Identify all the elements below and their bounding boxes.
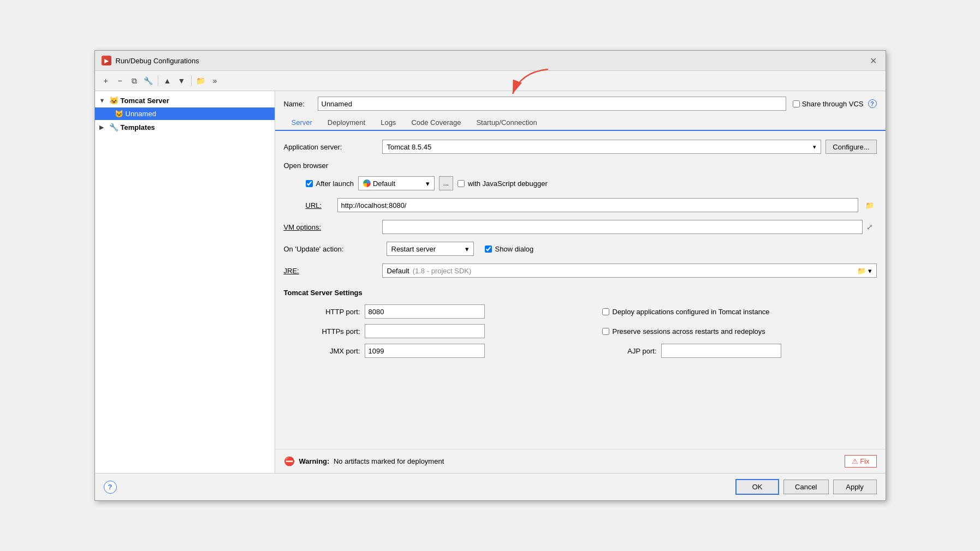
share-vcs-help[interactable]: ? [868, 99, 877, 108]
preserve-sessions-checkbox[interactable] [602, 328, 609, 335]
warning-icon: ⛔ [284, 456, 295, 466]
copy-config-button[interactable]: ⧉ [128, 74, 141, 87]
on-update-label: On 'Update' action: [284, 245, 382, 253]
vm-options-row: VM options: ⤢ [284, 220, 877, 234]
jre-input[interactable]: Default (1.8 - project SDK) 📁 ▾ [382, 263, 877, 278]
toolbar-separator-2 [191, 75, 192, 86]
jmx-port-input[interactable]: 1099 [365, 344, 485, 358]
move-down-button[interactable]: ▼ [175, 74, 188, 87]
port-grid: HTTP port: 8080 Deploy applications conf… [284, 304, 877, 358]
fix-button[interactable]: ⚠ Fix [845, 455, 877, 468]
templates-label: Templates [121, 123, 155, 131]
toolbar: + − ⧉ 🔧 ▲ ▼ 📁 » [95, 71, 886, 91]
tab-deployment[interactable]: Deployment [320, 115, 373, 131]
more-button[interactable]: » [209, 74, 222, 87]
tomcat-server-label: Tomcat Server [121, 97, 169, 105]
vm-expand-icon[interactable]: ⤢ [863, 220, 877, 234]
show-dialog-label: Show dialog [495, 245, 534, 253]
server-tab-content: Application server: Tomcat 8.5.45 ▾ Conf… [275, 131, 886, 449]
sidebar-item-unnamed[interactable]: 🐱 Unnamed [95, 107, 275, 120]
vm-options-input[interactable] [382, 220, 863, 234]
js-debugger-label: with JavaScript debugger [468, 179, 548, 188]
js-debugger-row: with JavaScript debugger [458, 179, 548, 188]
tab-logs[interactable]: Logs [373, 115, 403, 131]
add-config-button[interactable]: + [99, 74, 112, 87]
move-up-button[interactable]: ▲ [161, 74, 174, 87]
browser-row: After launch Default ▾ ... with JavaScri… [284, 176, 877, 190]
help-button[interactable]: ? [104, 481, 117, 494]
on-update-dropdown[interactable]: Restart server ▾ [387, 242, 474, 256]
after-launch-checkbox[interactable] [306, 180, 313, 187]
app-server-value: Tomcat 8.5.45 [387, 143, 432, 151]
remove-config-button[interactable]: − [114, 74, 127, 87]
jmx-port-row: JMX port: 1099 [306, 344, 580, 358]
show-dialog-checkbox[interactable] [485, 245, 492, 253]
after-launch-checkbox-row: After launch [306, 179, 354, 188]
name-input[interactable]: Unnamed [318, 97, 786, 111]
warning-bar: ⛔ Warning: No artifacts marked for deplo… [275, 449, 886, 473]
ok-button[interactable]: OK [735, 479, 779, 495]
unnamed-label: Unnamed [126, 110, 156, 118]
browser-dropdown[interactable]: Default ▾ [358, 176, 435, 190]
templates-icon: 🔧 [109, 123, 118, 131]
http-port-input[interactable]: 8080 [365, 304, 485, 319]
vm-options-label: VM options: [284, 223, 382, 231]
sidebar-item-tomcat-server[interactable]: ▼ 🐱 Tomcat Server [95, 93, 275, 107]
warning-text: Warning: No artifacts marked for deploym… [299, 457, 444, 465]
bottom-bar: ? OK Cancel Apply [95, 473, 886, 500]
tab-server[interactable]: Server [284, 115, 320, 131]
open-browser-section-title: Open browser [284, 161, 877, 170]
tabs-bar: Server Deployment Logs Code Coverage Sta… [275, 115, 886, 131]
app-icon: ▶ [102, 56, 111, 65]
js-debugger-checkbox[interactable] [458, 180, 465, 187]
https-port-label: HTTPs port: [306, 327, 360, 336]
preserve-sessions-row: Preserve sessions across restarts and re… [602, 324, 877, 338]
warning-message: No artifacts marked for deployment [334, 457, 444, 465]
http-port-label: HTTP port: [306, 308, 360, 316]
name-row: Name: Unnamed Share through VCS ? [275, 91, 886, 115]
jre-folder-icon: 📁 [857, 267, 866, 275]
right-panel: Name: Unnamed Share through VCS ? Server… [275, 91, 886, 473]
tab-startup-connection[interactable]: Startup/Connection [468, 115, 544, 131]
sidebar: ▼ 🐱 Tomcat Server 🐱 Unnamed ▶ 🔧 Template… [95, 91, 275, 473]
apply-button[interactable]: Apply [833, 480, 877, 494]
title-bar-left: ▶ Run/Debug Configurations [102, 56, 199, 65]
close-button[interactable]: ✕ [868, 55, 879, 66]
url-input[interactable]: http://localhost:8080/ [337, 198, 858, 212]
deploy-apps-checkbox[interactable] [602, 308, 609, 315]
http-port-row: HTTP port: 8080 [306, 304, 580, 319]
browser-dropdown-arrow: ▾ [426, 179, 430, 188]
url-folder-icon[interactable]: 📁 [863, 198, 877, 212]
https-port-input[interactable] [365, 324, 485, 338]
jmx-port-label: JMX port: [306, 347, 360, 355]
jre-row: JRE: Default (1.8 - project SDK) 📁 ▾ [284, 263, 877, 278]
ajp-port-label: AJP port: [602, 347, 657, 355]
configure-button[interactable]: Configure... [825, 140, 876, 154]
url-label: URL: [306, 201, 333, 209]
on-update-row: On 'Update' action: Restart server ▾ Sho… [284, 242, 877, 256]
ajp-port-input[interactable] [661, 344, 781, 358]
templates-expand-arrow: ▶ [99, 124, 108, 131]
tab-code-coverage[interactable]: Code Coverage [403, 115, 468, 131]
app-server-dropdown[interactable]: Tomcat 8.5.45 ▾ [382, 140, 822, 154]
cancel-button[interactable]: Cancel [783, 480, 828, 494]
jre-hint: (1.8 - project SDK) [413, 267, 472, 275]
url-row: URL: http://localhost:8080/ 📁 [284, 198, 877, 212]
app-server-row: Application server: Tomcat 8.5.45 ▾ Conf… [284, 140, 877, 154]
browser-dots-button[interactable]: ... [439, 176, 453, 190]
toolbar-separator-1 [158, 75, 158, 86]
sidebar-item-templates[interactable]: ▶ 🔧 Templates [95, 120, 275, 134]
after-launch-label: After launch [316, 179, 354, 188]
browser-value: Default [373, 179, 395, 188]
https-port-row: HTTPs port: [306, 324, 580, 338]
wrench-button[interactable]: 🔧 [142, 74, 155, 87]
app-server-dropdown-arrow: ▾ [813, 143, 816, 151]
share-vcs-checkbox[interactable] [793, 100, 800, 107]
deploy-apps-row: Deploy applications configured in Tomcat… [602, 304, 877, 319]
main-content: ▼ 🐱 Tomcat Server 🐱 Unnamed ▶ 🔧 Template… [95, 91, 886, 473]
dialog-title: Run/Debug Configurations [116, 57, 199, 65]
tomcat-expand-arrow: ▼ [99, 97, 108, 104]
folder-button[interactable]: 📁 [194, 74, 207, 87]
share-vcs-label: Share through VCS [802, 100, 864, 108]
app-server-label: Application server: [284, 143, 382, 151]
